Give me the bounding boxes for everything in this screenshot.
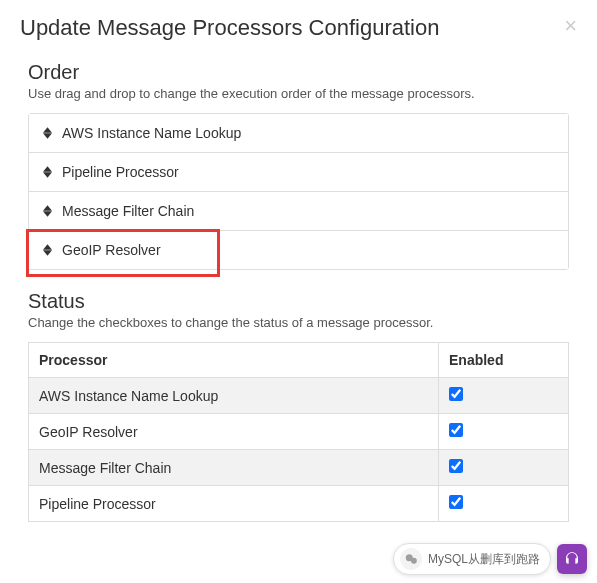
column-header-enabled: Enabled bbox=[439, 343, 569, 378]
status-description: Change the checkboxes to change the stat… bbox=[28, 315, 569, 330]
table-row: Pipeline Processor bbox=[29, 486, 569, 522]
status-table: Processor Enabled AWS Instance Name Look… bbox=[28, 342, 569, 522]
order-list: AWS Instance Name LookupPipeline Process… bbox=[28, 113, 569, 270]
enabled-cell bbox=[439, 378, 569, 414]
footer-widget: MySQL从删库到跑路 bbox=[393, 543, 587, 575]
wechat-icon bbox=[400, 548, 422, 570]
order-title: Order bbox=[28, 61, 569, 84]
status-title: Status bbox=[28, 290, 569, 313]
enabled-cell bbox=[439, 450, 569, 486]
enabled-checkbox[interactable] bbox=[449, 459, 463, 473]
order-description: Use drag and drop to change the executio… bbox=[28, 86, 569, 101]
drag-handle-icon bbox=[43, 205, 52, 217]
modal-title: Update Message Processors Configuration bbox=[20, 15, 439, 41]
order-item[interactable]: GeoIP Resolver bbox=[29, 231, 568, 269]
order-item[interactable]: Message Filter Chain bbox=[29, 192, 568, 231]
enabled-checkbox[interactable] bbox=[449, 387, 463, 401]
drag-handle-icon bbox=[43, 127, 52, 139]
table-row: AWS Instance Name Lookup bbox=[29, 378, 569, 414]
drag-handle-icon bbox=[43, 244, 52, 256]
order-section: Order Use drag and drop to change the ex… bbox=[20, 61, 577, 270]
close-button[interactable]: × bbox=[564, 15, 577, 37]
processor-cell: AWS Instance Name Lookup bbox=[29, 378, 439, 414]
wechat-label: MySQL从删库到跑路 bbox=[428, 551, 540, 568]
enabled-cell bbox=[439, 414, 569, 450]
order-item[interactable]: Pipeline Processor bbox=[29, 153, 568, 192]
table-row: Message Filter Chain bbox=[29, 450, 569, 486]
modal-header: Update Message Processors Configuration … bbox=[20, 15, 577, 41]
wechat-bubble[interactable]: MySQL从删库到跑路 bbox=[393, 543, 551, 575]
headset-icon bbox=[564, 551, 580, 567]
svg-point-1 bbox=[411, 558, 417, 564]
processor-cell: Pipeline Processor bbox=[29, 486, 439, 522]
order-item-label: Pipeline Processor bbox=[62, 164, 179, 180]
enabled-checkbox[interactable] bbox=[449, 495, 463, 509]
order-item-label: GeoIP Resolver bbox=[62, 242, 161, 258]
processor-cell: Message Filter Chain bbox=[29, 450, 439, 486]
processor-cell: GeoIP Resolver bbox=[29, 414, 439, 450]
status-section: Status Change the checkboxes to change t… bbox=[20, 290, 577, 522]
column-header-processor: Processor bbox=[29, 343, 439, 378]
drag-handle-icon bbox=[43, 166, 52, 178]
order-item-label: AWS Instance Name Lookup bbox=[62, 125, 241, 141]
order-item[interactable]: AWS Instance Name Lookup bbox=[29, 114, 568, 153]
assistant-button[interactable] bbox=[557, 544, 587, 574]
modal-dialog: Update Message Processors Configuration … bbox=[0, 0, 597, 557]
order-item-label: Message Filter Chain bbox=[62, 203, 194, 219]
table-row: GeoIP Resolver bbox=[29, 414, 569, 450]
enabled-checkbox[interactable] bbox=[449, 423, 463, 437]
enabled-cell bbox=[439, 486, 569, 522]
